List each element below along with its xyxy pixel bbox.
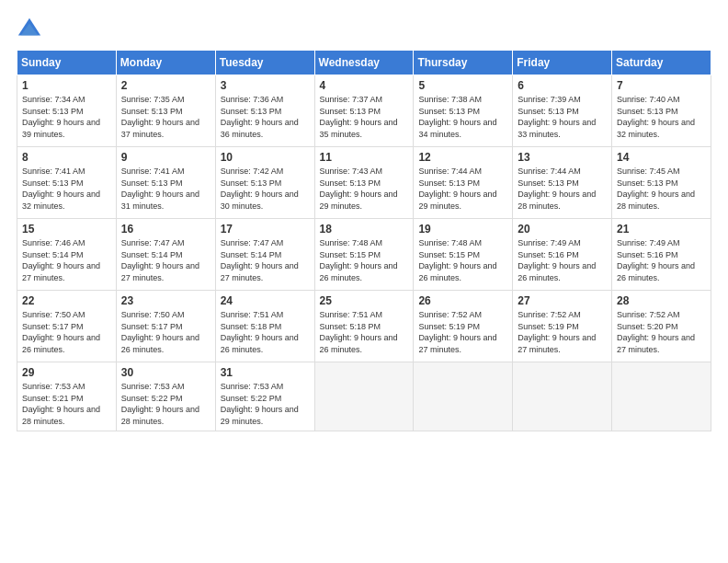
calendar-cell: 13 Sunrise: 7:44 AMSunset: 5:13 PMDaylig… xyxy=(513,147,612,219)
day-number: 18 xyxy=(320,223,409,236)
day-detail: Sunrise: 7:47 AMSunset: 5:14 PMDaylight:… xyxy=(221,238,299,282)
day-number: 3 xyxy=(221,79,310,92)
calendar-week-1: 1 Sunrise: 7:34 AMSunset: 5:13 PMDayligh… xyxy=(17,75,711,147)
day-detail: Sunrise: 7:41 AMSunset: 5:13 PMDaylight:… xyxy=(22,167,100,211)
day-number: 28 xyxy=(617,294,706,307)
calendar-week-3: 15 Sunrise: 7:46 AMSunset: 5:14 PMDaylig… xyxy=(17,219,711,291)
day-number: 15 xyxy=(22,223,111,236)
day-detail: Sunrise: 7:53 AMSunset: 5:22 PMDaylight:… xyxy=(221,382,299,426)
calendar-cell: 2 Sunrise: 7:35 AMSunset: 5:13 PMDayligh… xyxy=(116,75,215,147)
day-detail: Sunrise: 7:53 AMSunset: 5:21 PMDaylight:… xyxy=(22,382,100,426)
day-number: 19 xyxy=(418,223,507,236)
calendar-cell: 11 Sunrise: 7:43 AMSunset: 5:13 PMDaylig… xyxy=(314,147,414,219)
weekday-header-monday: Monday xyxy=(116,51,215,75)
day-detail: Sunrise: 7:42 AMSunset: 5:13 PMDaylight:… xyxy=(221,167,299,211)
day-detail: Sunrise: 7:44 AMSunset: 5:13 PMDaylight:… xyxy=(418,167,496,211)
calendar-cell: 4 Sunrise: 7:37 AMSunset: 5:13 PMDayligh… xyxy=(314,75,414,147)
calendar-cell: 31 Sunrise: 7:53 AMSunset: 5:22 PMDaylig… xyxy=(215,362,314,431)
logo-icon xyxy=(17,17,42,42)
day-number: 14 xyxy=(617,151,706,164)
day-number: 2 xyxy=(121,79,210,92)
weekday-header-row: SundayMondayTuesdayWednesdayThursdayFrid… xyxy=(17,51,711,75)
day-number: 6 xyxy=(518,79,607,92)
day-detail: Sunrise: 7:48 AMSunset: 5:15 PMDaylight:… xyxy=(418,238,496,282)
weekday-header-tuesday: Tuesday xyxy=(215,51,314,75)
day-number: 27 xyxy=(518,294,607,307)
day-detail: Sunrise: 7:51 AMSunset: 5:18 PMDaylight:… xyxy=(320,310,398,354)
day-detail: Sunrise: 7:52 AMSunset: 5:20 PMDaylight:… xyxy=(617,310,695,354)
calendar-cell: 8 Sunrise: 7:41 AMSunset: 5:13 PMDayligh… xyxy=(17,147,117,219)
calendar-cell: 29 Sunrise: 7:53 AMSunset: 5:21 PMDaylig… xyxy=(17,362,117,431)
day-number: 26 xyxy=(418,294,507,307)
day-number: 8 xyxy=(22,151,111,164)
day-detail: Sunrise: 7:50 AMSunset: 5:17 PMDaylight:… xyxy=(121,310,199,354)
day-number: 31 xyxy=(221,366,310,379)
calendar-cell: 26 Sunrise: 7:52 AMSunset: 5:19 PMDaylig… xyxy=(414,291,513,362)
day-number: 25 xyxy=(320,294,409,307)
calendar-cell: 9 Sunrise: 7:41 AMSunset: 5:13 PMDayligh… xyxy=(116,147,215,219)
day-number: 20 xyxy=(518,223,607,236)
calendar-cell: 18 Sunrise: 7:48 AMSunset: 5:15 PMDaylig… xyxy=(314,219,414,291)
day-detail: Sunrise: 7:43 AMSunset: 5:13 PMDaylight:… xyxy=(320,167,398,211)
day-number: 10 xyxy=(221,151,310,164)
day-number: 17 xyxy=(221,223,310,236)
day-number: 16 xyxy=(121,223,210,236)
calendar-cell: 7 Sunrise: 7:40 AMSunset: 5:13 PMDayligh… xyxy=(612,75,711,147)
calendar-cell: 28 Sunrise: 7:52 AMSunset: 5:20 PMDaylig… xyxy=(612,291,711,362)
day-number: 23 xyxy=(121,294,210,307)
calendar-cell: 17 Sunrise: 7:47 AMSunset: 5:14 PMDaylig… xyxy=(215,219,314,291)
day-number: 22 xyxy=(22,294,111,307)
day-detail: Sunrise: 7:39 AMSunset: 5:13 PMDaylight:… xyxy=(518,95,596,139)
day-detail: Sunrise: 7:36 AMSunset: 5:13 PMDaylight:… xyxy=(221,95,299,139)
calendar-cell: 6 Sunrise: 7:39 AMSunset: 5:13 PMDayligh… xyxy=(513,75,612,147)
day-detail: Sunrise: 7:50 AMSunset: 5:17 PMDaylight:… xyxy=(22,310,100,354)
calendar-cell: 10 Sunrise: 7:42 AMSunset: 5:13 PMDaylig… xyxy=(215,147,314,219)
day-number: 30 xyxy=(121,366,210,379)
day-detail: Sunrise: 7:41 AMSunset: 5:13 PMDaylight:… xyxy=(121,167,199,211)
day-number: 24 xyxy=(221,294,310,307)
day-detail: Sunrise: 7:53 AMSunset: 5:22 PMDaylight:… xyxy=(121,382,199,426)
calendar-cell: 24 Sunrise: 7:51 AMSunset: 5:18 PMDaylig… xyxy=(215,291,314,362)
day-detail: Sunrise: 7:34 AMSunset: 5:13 PMDaylight:… xyxy=(22,95,100,139)
calendar-cell: 1 Sunrise: 7:34 AMSunset: 5:13 PMDayligh… xyxy=(17,75,117,147)
calendar-cell: 14 Sunrise: 7:45 AMSunset: 5:13 PMDaylig… xyxy=(612,147,711,219)
calendar-cell: 16 Sunrise: 7:47 AMSunset: 5:14 PMDaylig… xyxy=(116,219,215,291)
day-detail: Sunrise: 7:45 AMSunset: 5:13 PMDaylight:… xyxy=(617,167,695,211)
day-detail: Sunrise: 7:48 AMSunset: 5:15 PMDaylight:… xyxy=(320,238,398,282)
calendar-week-5: 29 Sunrise: 7:53 AMSunset: 5:21 PMDaylig… xyxy=(17,362,711,431)
day-detail: Sunrise: 7:35 AMSunset: 5:13 PMDaylight:… xyxy=(121,95,199,139)
calendar-cell: 27 Sunrise: 7:52 AMSunset: 5:19 PMDaylig… xyxy=(513,291,612,362)
day-detail: Sunrise: 7:47 AMSunset: 5:14 PMDaylight:… xyxy=(121,238,199,282)
weekday-header-sunday: Sunday xyxy=(17,51,117,75)
day-detail: Sunrise: 7:52 AMSunset: 5:19 PMDaylight:… xyxy=(518,310,596,354)
weekday-header-thursday: Thursday xyxy=(414,51,513,75)
calendar-cell: 22 Sunrise: 7:50 AMSunset: 5:17 PMDaylig… xyxy=(17,291,117,362)
day-detail: Sunrise: 7:38 AMSunset: 5:13 PMDaylight:… xyxy=(418,95,496,139)
day-detail: Sunrise: 7:37 AMSunset: 5:13 PMDaylight:… xyxy=(320,95,398,139)
day-detail: Sunrise: 7:49 AMSunset: 5:16 PMDaylight:… xyxy=(617,238,695,282)
weekday-header-wednesday: Wednesday xyxy=(314,51,414,75)
weekday-header-friday: Friday xyxy=(513,51,612,75)
calendar-cell: 30 Sunrise: 7:53 AMSunset: 5:22 PMDaylig… xyxy=(116,362,215,431)
day-detail: Sunrise: 7:52 AMSunset: 5:19 PMDaylight:… xyxy=(418,310,496,354)
day-detail: Sunrise: 7:46 AMSunset: 5:14 PMDaylight:… xyxy=(22,238,100,282)
day-number: 12 xyxy=(418,151,507,164)
calendar-table: SundayMondayTuesdayWednesdayThursdayFrid… xyxy=(17,50,711,431)
calendar-cell xyxy=(314,362,414,431)
calendar-week-2: 8 Sunrise: 7:41 AMSunset: 5:13 PMDayligh… xyxy=(17,147,711,219)
day-number: 29 xyxy=(22,366,111,379)
calendar-week-4: 22 Sunrise: 7:50 AMSunset: 5:17 PMDaylig… xyxy=(17,291,711,362)
day-number: 13 xyxy=(518,151,607,164)
day-number: 11 xyxy=(320,151,409,164)
calendar-cell: 19 Sunrise: 7:48 AMSunset: 5:15 PMDaylig… xyxy=(414,219,513,291)
calendar-cell: 12 Sunrise: 7:44 AMSunset: 5:13 PMDaylig… xyxy=(414,147,513,219)
day-detail: Sunrise: 7:51 AMSunset: 5:18 PMDaylight:… xyxy=(221,310,299,354)
calendar-cell: 15 Sunrise: 7:46 AMSunset: 5:14 PMDaylig… xyxy=(17,219,117,291)
day-number: 7 xyxy=(617,79,706,92)
day-number: 21 xyxy=(617,223,706,236)
day-detail: Sunrise: 7:44 AMSunset: 5:13 PMDaylight:… xyxy=(518,167,596,211)
logo xyxy=(17,17,46,42)
day-detail: Sunrise: 7:40 AMSunset: 5:13 PMDaylight:… xyxy=(617,95,695,139)
header xyxy=(17,17,711,42)
calendar-cell: 3 Sunrise: 7:36 AMSunset: 5:13 PMDayligh… xyxy=(215,75,314,147)
